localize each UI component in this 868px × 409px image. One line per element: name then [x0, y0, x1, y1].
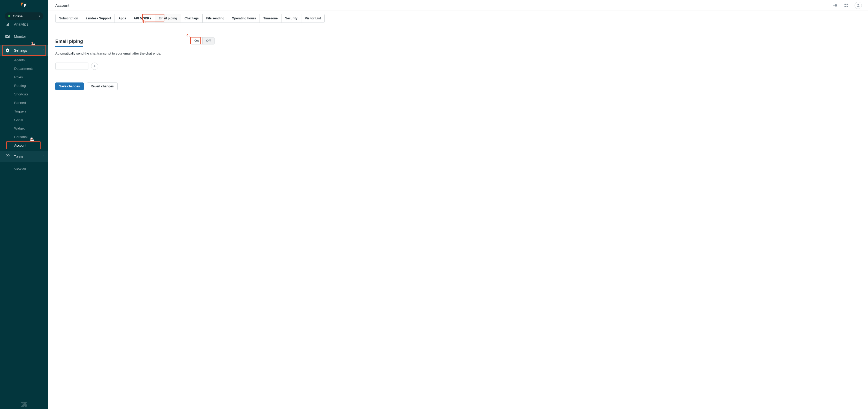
- tab-operating-hours[interactable]: Operating hours: [228, 14, 260, 23]
- nav-monitor[interactable]: Monitor: [0, 32, 48, 41]
- svg-rect-9: [844, 4, 846, 5]
- toggle-on[interactable]: On: [191, 37, 203, 44]
- tab-label: Timezone: [264, 17, 278, 20]
- svg-point-13: [858, 4, 859, 5]
- sidebar-item-goals[interactable]: Goals: [0, 116, 48, 124]
- sidebar-item-label: Departments: [14, 67, 33, 70]
- sidebar-footer: [0, 399, 48, 409]
- tab-label: File sending: [206, 17, 224, 20]
- sidebar-item-label: Routing: [14, 84, 26, 88]
- callout-number-1: 1.: [32, 41, 35, 45]
- svg-rect-12: [846, 6, 848, 7]
- nav-monitor-label: Monitor: [14, 34, 26, 38]
- sidebar-item-roles[interactable]: Roles: [0, 73, 48, 82]
- sidebar-item-personal[interactable]: Personal: [0, 133, 48, 141]
- team-icon: [5, 154, 10, 159]
- zendesk-icon: [21, 402, 27, 407]
- sidebar-item-label: Account: [14, 144, 26, 147]
- sidebar-item-banned[interactable]: Banned: [0, 98, 48, 107]
- tab-label: API & SDKs: [134, 17, 151, 20]
- sidebar-item-label: Roles: [14, 75, 23, 79]
- tab-label: Apps: [118, 17, 126, 20]
- sidebar-item-label: Personal: [14, 135, 27, 139]
- page-title: Account: [55, 3, 69, 7]
- status-dot-icon: [8, 15, 10, 17]
- apps-grid-icon[interactable]: [843, 2, 850, 9]
- sidebar-item-label: Shortcuts: [14, 92, 28, 96]
- svg-point-7: [833, 5, 835, 6]
- chevron-up-icon: ˄: [42, 49, 44, 52]
- tab-label: Subscription: [59, 17, 78, 20]
- svg-point-5: [8, 155, 9, 156]
- sidebar-item-view-all[interactable]: View all: [0, 165, 48, 173]
- add-email-button[interactable]: +: [91, 63, 98, 70]
- tab-subscription[interactable]: Subscription: [56, 14, 82, 23]
- email-piping-toggle: On Off: [190, 37, 215, 44]
- sidebar-item-shortcuts[interactable]: Shortcuts: [0, 90, 48, 98]
- save-button[interactable]: Save changes: [55, 83, 84, 90]
- avatar[interactable]: [855, 2, 862, 9]
- revert-button-label: Revert changes: [91, 85, 114, 88]
- sidebar-item-triggers[interactable]: Triggers: [0, 107, 48, 116]
- revert-button[interactable]: Revert changes: [87, 83, 118, 90]
- svg-rect-0: [6, 25, 6, 26]
- tab-file-sending[interactable]: File sending: [203, 14, 228, 23]
- svg-rect-11: [844, 6, 846, 7]
- presence-indicator-icon[interactable]: [831, 2, 839, 9]
- nav-analytics[interactable]: Analytics: [0, 22, 48, 27]
- tab-api-sdks[interactable]: API & SDKs: [130, 14, 155, 23]
- sidebar: Online ▾ Analytics Monitor Settings ˄: [0, 0, 48, 409]
- nav-settings[interactable]: Settings ˄: [0, 45, 48, 56]
- tab-label: Operating hours: [232, 17, 256, 20]
- email-input[interactable]: [55, 63, 88, 70]
- tab-chat-tags[interactable]: Chat tags: [181, 14, 203, 23]
- tab-label: Zendesk Support: [86, 17, 111, 20]
- topbar: Account: [48, 0, 868, 11]
- sidebar-item-agents[interactable]: Agents: [0, 56, 48, 64]
- toggle-off[interactable]: Off: [203, 37, 214, 44]
- toggle-on-label: On: [194, 39, 199, 43]
- nav-team-label: Team: [14, 155, 23, 159]
- status-selector[interactable]: Online ▾: [5, 12, 43, 20]
- chevron-up-icon: ˄: [42, 155, 44, 158]
- content: Subscription Zendesk Support Apps API & …: [48, 11, 868, 93]
- save-button-label: Save changes: [59, 85, 80, 88]
- tab-visitor-list[interactable]: Visitor List: [301, 14, 325, 23]
- account-tabs: Subscription Zendesk Support Apps API & …: [55, 14, 325, 23]
- sidebar-item-label: Agents: [14, 58, 25, 62]
- sidebar-item-departments[interactable]: Departments: [0, 64, 48, 73]
- sidebar-item-label: Widget: [14, 126, 25, 130]
- panel-actions: Save changes Revert changes: [55, 83, 215, 90]
- email-input-row: +: [55, 63, 215, 70]
- sidebar-item-account[interactable]: Account: [0, 141, 48, 150]
- settings-submenu: Agents Departments Roles Routing Shortcu…: [0, 56, 48, 150]
- sidebar-item-label: Banned: [14, 101, 26, 105]
- tab-security[interactable]: Security: [281, 14, 301, 23]
- tab-label: Chat tags: [185, 17, 199, 20]
- tab-email-piping[interactable]: Email piping: [155, 14, 181, 23]
- sidebar-item-widget[interactable]: Widget: [0, 124, 48, 133]
- plus-icon: +: [93, 64, 96, 68]
- tab-label: Security: [285, 17, 297, 20]
- panel-description: Automatically send the chat transcript t…: [55, 52, 215, 55]
- status-label: Online: [13, 14, 23, 18]
- chevron-down-icon: ▾: [39, 14, 40, 18]
- sidebar-item-label: Triggers: [14, 109, 26, 113]
- sidebar-item-label: Goals: [14, 118, 23, 122]
- nav-settings-label: Settings: [14, 49, 27, 53]
- bar-chart-icon: [5, 22, 10, 27]
- tab-apps[interactable]: Apps: [115, 14, 130, 23]
- tab-timezone[interactable]: Timezone: [260, 14, 281, 23]
- nav-team[interactable]: Team ˄: [0, 151, 48, 162]
- sidebar-item-label: View all: [14, 167, 26, 171]
- app-logo: [0, 0, 48, 9]
- svg-point-8: [835, 4, 837, 6]
- main-area: Account Subscription Zendesk Support App…: [48, 0, 868, 409]
- sidebar-item-routing[interactable]: Routing: [0, 82, 48, 90]
- tab-zendesk-support[interactable]: Zendesk Support: [82, 14, 115, 23]
- tab-label: Visitor List: [305, 17, 321, 20]
- svg-rect-2: [8, 23, 9, 26]
- gear-icon: [5, 48, 10, 53]
- panel-title: Email piping: [55, 39, 83, 47]
- svg-rect-1: [7, 24, 8, 26]
